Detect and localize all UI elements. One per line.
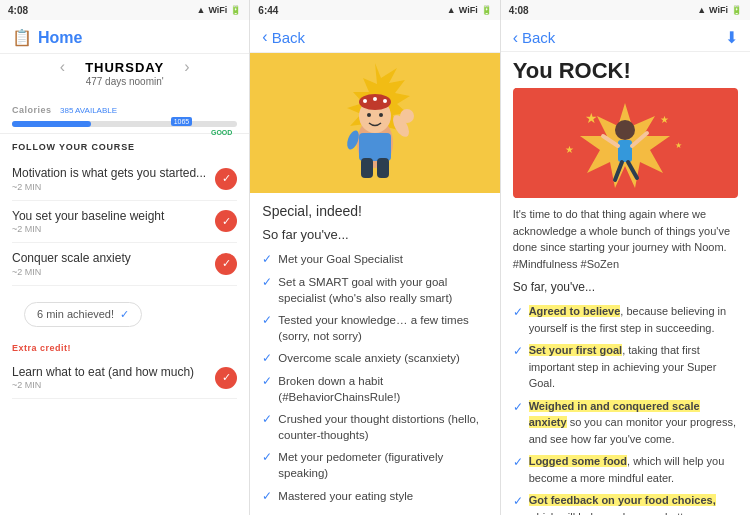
section-label: FOLLOW YOUR COURSE <box>12 142 237 152</box>
calories-label: Calories <box>12 105 52 115</box>
download-icon[interactable]: ⬇ <box>725 28 738 47</box>
course-item-1[interactable]: Motivation is what gets you started... ~… <box>12 158 237 201</box>
item-text: Mastered your eating style <box>278 488 413 505</box>
list-item-p3-5: ✓ Got feedback on your food choices, whi… <box>513 489 738 515</box>
panel2-content: Special, indeed! So far you've... ✓Met y… <box>250 193 499 515</box>
item-text: Met your Goal Specialist <box>278 251 403 268</box>
checklist-2: ✓Met your Goal Specialist ✓Set a SMART g… <box>262 248 487 507</box>
check-icon: ✓ <box>262 411 272 443</box>
item-text: Broken down a habit (#BehaviorChainsRule… <box>278 373 487 405</box>
intro-text: It's time to do that thing again where w… <box>513 206 738 272</box>
back-label-2: Back <box>272 29 305 46</box>
day-header: ‹ THURSDAY › 477 days noomin' <box>0 54 249 93</box>
checklist-3: ✓ Agreed to believe, because believing i… <box>513 300 738 515</box>
extra-credit-label: Extra credit! <box>12 343 237 353</box>
item-text: Set a SMART goal with your goal speciali… <box>278 274 487 306</box>
list-item: ✓Mastered your eating style <box>262 485 487 508</box>
prev-day-button[interactable]: ‹ <box>60 58 65 76</box>
back-button-3[interactable]: ‹ Back <box>513 29 556 47</box>
panel-yourock: ‹ Back ⬇ You ROCK! ★ ★ ★ <box>501 20 750 515</box>
course-item-1-text: Motivation is what gets you started... ~… <box>12 166 215 192</box>
panel3-header: ‹ Back ⬇ <box>501 20 750 52</box>
item-p3-2: Set your first goal, taking that first i… <box>529 342 738 392</box>
check-icon: ✓ <box>262 350 272 367</box>
course-item-2-text: You set your baseline weight ~2 MIN <box>12 209 215 235</box>
back-arrow-3: ‹ <box>513 29 518 47</box>
day-name: THURSDAY <box>85 60 164 75</box>
check-icon: ✓ <box>262 274 272 306</box>
item-text: Crushed your thought distortions (hello,… <box>278 411 487 443</box>
list-item: ✓Met your pedometer (figuratively speaki… <box>262 446 487 484</box>
highlight-1: Agreed to believe <box>529 305 621 317</box>
list-item: ✓Met your Goal Specialist <box>262 248 487 271</box>
so-far-3: So far, you've... <box>513 280 738 294</box>
extra-credit-section: Extra credit! Learn what to eat (and how… <box>0 339 249 404</box>
extra-credit-item-1[interactable]: Learn what to eat (and how much) ~2 MIN … <box>12 357 237 400</box>
follow-course-section: FOLLOW YOUR COURSE Motivation is what ge… <box>0 134 249 290</box>
check-1: ✓ <box>215 168 237 190</box>
list-item: ✓Set a SMART goal with your goal special… <box>262 271 487 309</box>
check-2: ✓ <box>215 210 237 232</box>
svg-text:★: ★ <box>585 110 598 126</box>
calories-section: Calories 385 AVAILABLE 1065 GOOD <box>0 93 249 134</box>
course-time-1: ~2 MIN <box>12 182 215 192</box>
panel2-header: ‹ Back <box>250 20 499 53</box>
list-item: ✓Crushed your thought distortions (hello… <box>262 408 487 446</box>
svg-point-11 <box>400 109 414 123</box>
achievement-badge: 6 min achieved! ✓ <box>24 302 142 327</box>
status-bars: 4:08 ▲WiFi🔋 6:44 ▲WiFi🔋 4:08 ▲WiFi🔋 <box>0 0 750 20</box>
status-bar-2: 6:44 ▲WiFi🔋 <box>250 0 500 20</box>
item-p3-5: Got feedback on your food choices, which… <box>529 492 738 515</box>
svg-text:★: ★ <box>660 114 669 125</box>
check-p3-5: ✓ <box>513 492 523 515</box>
back-arrow-2: ‹ <box>262 28 267 46</box>
course-time-3: ~2 MIN <box>12 267 215 277</box>
special-text: Special, indeed! <box>262 203 487 219</box>
status-icons-1: ▲WiFi🔋 <box>196 5 241 15</box>
course-item-2[interactable]: You set your baseline weight ~2 MIN ✓ <box>12 201 237 244</box>
calories-total: 1065 <box>171 117 193 126</box>
svg-rect-2 <box>359 133 391 161</box>
item-text: Tested your knowledge… a few times (sorr… <box>278 312 487 344</box>
check-p3-1: ✓ <box>513 303 523 336</box>
list-item-p3-4: ✓ Logged some food, which will help you … <box>513 450 738 489</box>
status-bar-1: 4:08 ▲WiFi🔋 <box>0 0 250 20</box>
list-item-p3-1: ✓ Agreed to believe, because believing i… <box>513 300 738 339</box>
check-icon: ✓ <box>262 449 272 481</box>
svg-point-7 <box>383 99 387 103</box>
item-text: Overcome scale anxiety (scanxiety) <box>278 350 460 367</box>
course-title-2: You set your baseline weight <box>12 209 215 225</box>
course-title-1: Motivation is what gets you started... <box>12 166 215 182</box>
check-p3-3: ✓ <box>513 398 523 448</box>
panels-container: 📋 Home ‹ THURSDAY › 477 days noomin' Cal… <box>0 20 750 515</box>
course-title-3: Conquer scale anxiety <box>12 251 215 267</box>
next-day-button[interactable]: › <box>184 58 189 76</box>
extra-check-1: ✓ <box>215 367 237 389</box>
back-button-2[interactable]: ‹ Back <box>262 28 487 46</box>
badge-label: 6 min achieved! <box>37 308 114 320</box>
list-item: ✓Overcome scale anxiety (scanxiety) <box>262 347 487 370</box>
check-icon: ✓ <box>262 488 272 505</box>
calories-available: 385 AVAILABLE <box>60 106 117 115</box>
extra-credit-title-1: Learn what to eat (and how much) <box>12 365 215 381</box>
svg-point-9 <box>379 113 383 117</box>
time-1: 4:08 <box>8 5 28 16</box>
status-icons-2: ▲WiFi🔋 <box>447 5 492 15</box>
extra-credit-time-1: ~2 MIN <box>12 380 215 390</box>
course-item-3[interactable]: Conquer scale anxiety ~2 MIN ✓ <box>12 243 237 286</box>
list-item: ✓Broken down a habit (#BehaviorChainsRul… <box>262 370 487 408</box>
panel1-header: 📋 Home <box>0 20 249 54</box>
you-rock-title: You ROCK! <box>501 52 750 88</box>
check-icon: ✓ <box>262 251 272 268</box>
highlight-4: Logged some food <box>529 455 627 467</box>
course-item-3-text: Conquer scale anxiety ~2 MIN <box>12 251 215 277</box>
item-text: Met your pedometer (figuratively speakin… <box>278 449 487 481</box>
highlight-2: Set your first goal <box>529 344 623 356</box>
svg-point-17 <box>615 120 635 140</box>
rest-5: which will help you become better <box>529 511 693 516</box>
badge-container: 6 min achieved! ✓ <box>0 290 249 339</box>
time-2: 6:44 <box>258 5 278 16</box>
check-icon: ✓ <box>262 373 272 405</box>
badge-check-icon: ✓ <box>120 308 129 321</box>
extra-credit-item-1-text: Learn what to eat (and how much) ~2 MIN <box>12 365 215 391</box>
